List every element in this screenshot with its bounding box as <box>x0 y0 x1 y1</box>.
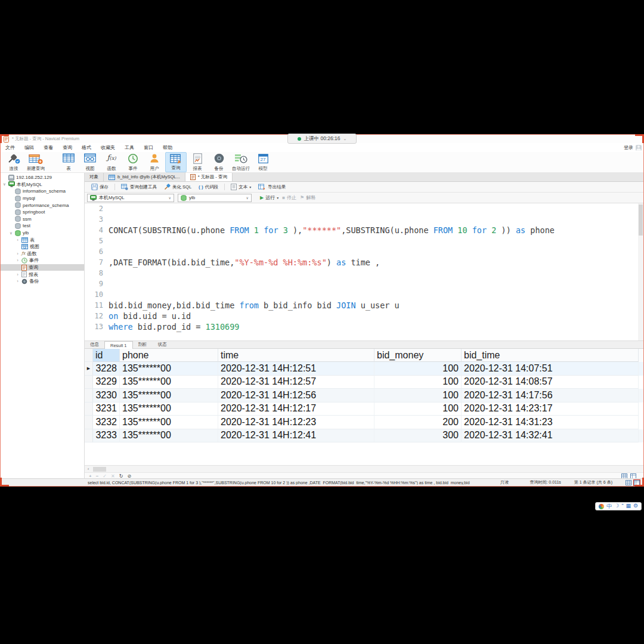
caret-collapsed-icon[interactable]: › <box>16 238 20 242</box>
column-header-bid_time[interactable]: bid_time <box>462 349 639 362</box>
cell-id[interactable]: 3233 <box>93 429 120 443</box>
toolbar-query-button[interactable]: 查询 <box>165 152 187 172</box>
ime-bar[interactable]: 中☽”▦⚙ <box>595 502 642 510</box>
cell-phone[interactable]: 135******00 <box>120 429 218 443</box>
table-row[interactable]: 3232135******002020-12-31 14H:12:2320020… <box>85 416 643 429</box>
ime-item[interactable]: ☽ <box>614 503 619 510</box>
caret-expanded-icon[interactable]: ∨ <box>2 182 7 187</box>
sidebar-item-报表[interactable]: ›报表 <box>1 271 84 278</box>
toolbar-connection-button[interactable]: 连接 <box>3 152 24 172</box>
cell-phone[interactable]: 135******00 <box>120 376 218 389</box>
cell-bid_money[interactable]: 100 <box>374 362 462 376</box>
sidebar-item-视图[interactable]: 视图 <box>1 243 84 250</box>
toolbar-event-button[interactable]: 事件 <box>122 152 144 172</box>
cell-bid_money[interactable]: 300 <box>374 429 462 443</box>
column-header-time[interactable]: time <box>218 349 374 362</box>
ime-item[interactable]: ” <box>621 503 623 510</box>
cell-bid_money[interactable]: 200 <box>374 416 462 429</box>
cell-time[interactable]: 2020-12-31 14H:12:51 <box>218 362 374 376</box>
run-button[interactable]: ▶ 运行 ▾ <box>260 194 278 201</box>
sidebar-item-mysql[interactable]: mysql <box>1 195 84 202</box>
row-gutter[interactable] <box>85 429 93 443</box>
toolbar-view-button[interactable]: 视图 <box>79 152 101 172</box>
menu-item-收藏夹[interactable]: 收藏夹 <box>96 143 120 152</box>
文本-button[interactable]: 文本▾ <box>228 183 254 191</box>
column-header-id[interactable]: id <box>93 349 120 362</box>
cell-time[interactable]: 2020-12-31 14H:12:57 <box>218 376 374 389</box>
recording-indicator[interactable]: 上课中 00:26:16 ⌄ <box>287 134 357 144</box>
caret-expanded-icon[interactable]: ∨ <box>9 231 13 236</box>
scrollbar-thumb[interactable] <box>93 467 106 472</box>
column-header-phone[interactable]: phone <box>120 349 218 362</box>
ime-logo-icon[interactable] <box>599 504 604 509</box>
table-row[interactable]: 3230135******002020-12-31 14H:12:5610020… <box>85 389 643 402</box>
ime-item[interactable]: ▦ <box>626 503 631 510</box>
toolbar-report-button[interactable]: 报表 <box>187 152 208 172</box>
table-row[interactable]: ▶3228135******002020-12-31 14H:12:511002… <box>85 362 643 376</box>
table-row[interactable]: 3231135******002020-12-31 14H:12:1710020… <box>85 402 643 416</box>
cell-time[interactable]: 2020-12-31 14H:12:56 <box>218 389 374 402</box>
cell-bid_time[interactable]: 2020-12-31 14:08:57 <box>462 376 639 389</box>
ime-item[interactable]: 中 <box>606 503 612 510</box>
cell-bid_money[interactable]: 100 <box>374 376 462 389</box>
sidebar-item-ssm[interactable]: ssm <box>1 216 84 223</box>
sidebar-item-192.168.252.129[interactable]: 192.168.252.129 <box>1 174 84 181</box>
sidebar-item-查询[interactable]: 查询 <box>1 264 84 271</box>
toolbar-func-button[interactable]: ƒ(x)函数 <box>101 152 122 172</box>
scroll-left-icon[interactable]: ‹ <box>85 466 92 472</box>
row-gutter[interactable] <box>85 416 93 429</box>
cell-id[interactable]: 3228 <box>93 362 120 376</box>
toolbar-user-button[interactable]: 用户 <box>144 152 165 172</box>
sidebar-item-springboot[interactable]: springboot <box>1 209 84 216</box>
cell-bid_time[interactable]: 2020-12-31 14:32:41 <box>462 429 639 443</box>
sidebar-item-test[interactable]: test <box>1 222 84 230</box>
导出结果-button[interactable]: 导出结果 <box>255 183 289 191</box>
menu-item-帮助[interactable]: 帮助 <box>158 143 177 152</box>
result-tab-剖析[interactable]: 剖析 <box>133 341 153 348</box>
sidebar-item-表[interactable]: ›表 <box>1 236 84 243</box>
scrollbar-thumb[interactable] <box>639 205 643 236</box>
sidebar-item-事件[interactable]: ›事件 <box>1 257 84 264</box>
cell-phone[interactable]: 135******00 <box>120 402 218 416</box>
caret-collapsed-icon[interactable]: › <box>16 273 20 277</box>
toolbar-automation-button[interactable]: 自动运行 <box>230 152 252 172</box>
caret-collapsed-icon[interactable]: › <box>16 279 20 283</box>
sidebar-item-备份[interactable]: ›备份 <box>1 278 84 285</box>
cell-bid_time[interactable]: 2020-12-31 14:23:17 <box>462 402 639 416</box>
row-gutter[interactable] <box>85 389 93 402</box>
cell-bid_money[interactable]: 100 <box>374 389 462 402</box>
grid-view-toggle-icon[interactable] <box>626 480 631 485</box>
cell-phone[interactable]: 135******00 <box>120 389 218 402</box>
美化 SQL-button[interactable]: 美化 SQL <box>161 183 194 191</box>
cell-bid_time[interactable]: 2020-12-31 14:17:56 <box>462 389 639 402</box>
result-tab-Result 1[interactable]: Result 1 <box>104 341 133 349</box>
cell-id[interactable]: 3229 <box>93 376 120 389</box>
account-icon[interactable] <box>636 145 642 151</box>
tab-b_bid_info @ylb (本机MySQL...[interactable]: b_bid_info @ylb (本机MySQL... <box>104 173 185 181</box>
caret-collapsed-icon[interactable]: › <box>16 258 20 262</box>
stop-button[interactable]: ■ 停止 <box>282 194 296 201</box>
toolbar-new-query-button[interactable]: 新建查询 <box>24 152 47 172</box>
tab-对象[interactable]: 对象 <box>85 173 104 181</box>
查询创建工具-button[interactable]: 查询创建工具 <box>118 183 160 191</box>
current-row-marker-icon[interactable]: ▶ <box>85 362 93 376</box>
menu-item-查看[interactable]: 查看 <box>39 143 58 152</box>
sidebar-item-本机MySQL[interactable]: ∨本机MySQL <box>1 181 84 188</box>
result-tab-状态[interactable]: 状态 <box>153 341 172 348</box>
保存-button[interactable]: 保存 <box>88 183 112 191</box>
cell-time[interactable]: 2020-12-31 14H:12:23 <box>218 416 374 429</box>
menu-item-文件[interactable]: 文件 <box>1 143 20 152</box>
ime-item[interactable]: ⚙ <box>633 503 638 510</box>
menu-item-格式[interactable]: 格式 <box>77 143 96 152</box>
cell-phone[interactable]: 135******00 <box>120 362 218 376</box>
menu-item-编辑[interactable]: 编辑 <box>20 143 39 152</box>
caret-collapsed-icon[interactable]: › <box>16 252 20 256</box>
explain-button[interactable]: ⚑ 解释 <box>300 194 315 201</box>
menu-item-查询[interactable]: 查询 <box>58 143 77 152</box>
toolbar-backup-button[interactable]: 备份 <box>208 152 230 172</box>
grid-corner[interactable] <box>85 349 93 362</box>
grid-hscrollbar[interactable]: ‹ <box>85 465 643 472</box>
cell-id[interactable]: 3230 <box>93 389 120 402</box>
cell-time[interactable]: 2020-12-31 14H:12:17 <box>218 402 374 416</box>
sidebar-item-information_schema[interactable]: information_schema <box>1 188 84 195</box>
